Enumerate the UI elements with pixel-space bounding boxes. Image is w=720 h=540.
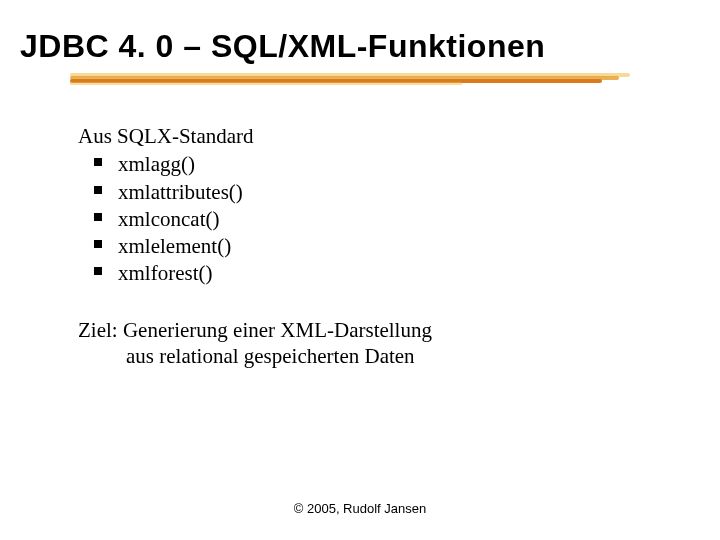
list-item: xmlattributes(): [90, 179, 680, 205]
title-underline: [0, 73, 720, 91]
goal-line-1: Ziel: Generierung einer XML-Darstellung: [78, 317, 680, 343]
list-item: xmlagg(): [90, 151, 680, 177]
intro-text: Aus SQLX-Standard: [78, 123, 680, 149]
footer-copyright: © 2005, Rudolf Jansen: [0, 501, 720, 516]
function-list: xmlagg() xmlattributes() xmlconcat() xml…: [78, 151, 680, 286]
list-item: xmlelement(): [90, 233, 680, 259]
slide-content: Aus SQLX-Standard xmlagg() xmlattributes…: [0, 91, 720, 369]
list-item: xmlforest(): [90, 260, 680, 286]
goal-text: Ziel: Generierung einer XML-Darstellung …: [78, 317, 680, 370]
goal-line-2: aus relational gespeicherten Daten: [78, 343, 680, 369]
slide-title: JDBC 4. 0 – SQL/XML-Funktionen: [0, 0, 720, 73]
list-item: xmlconcat(): [90, 206, 680, 232]
